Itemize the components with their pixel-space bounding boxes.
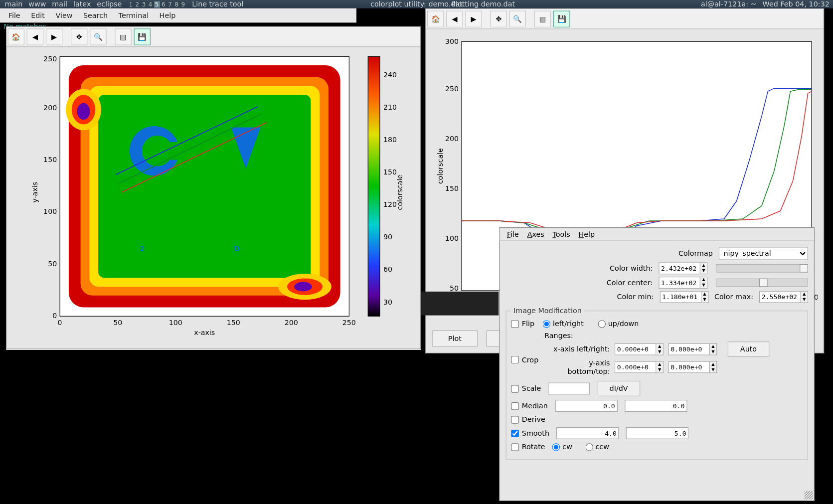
- rotate-checkbox[interactable]: [511, 443, 519, 451]
- svg-text:50: 50: [48, 260, 57, 268]
- crop-checkbox[interactable]: [511, 356, 519, 364]
- svg-text:250: 250: [342, 319, 356, 327]
- svg-text:0: 0: [58, 319, 62, 327]
- task-mail[interactable]: mail: [50, 0, 70, 8]
- ctrl-menu-file[interactable]: File: [503, 229, 522, 239]
- color-center-input[interactable]: [659, 277, 700, 289]
- didv-button[interactable]: dI/dV: [597, 381, 641, 396]
- subplots-button-2[interactable]: ▤: [534, 10, 551, 27]
- forward-button[interactable]: ▶: [46, 28, 62, 45]
- x-right-input[interactable]: [668, 343, 710, 355]
- ws-4[interactable]: 4: [148, 1, 154, 7]
- color-min-input[interactable]: [660, 291, 701, 303]
- arrow-left-icon: ◀: [32, 32, 38, 41]
- menu-help[interactable]: Help: [155, 10, 180, 20]
- colorplot-window: 🏠 ◀ ▶ ✥ 🔍 ▤ 💾: [6, 26, 421, 349]
- spinner-arrows[interactable]: ▲▼: [701, 291, 708, 303]
- svg-text:2: 2: [140, 245, 145, 253]
- task-main[interactable]: main: [2, 0, 25, 8]
- ctrl-menu-help[interactable]: Help: [575, 229, 598, 239]
- svg-text:colorscale: colorscale: [396, 174, 404, 210]
- ws-8[interactable]: 8: [173, 1, 179, 7]
- ctrl-menu-tools[interactable]: Tools: [549, 229, 574, 239]
- rotate-ccw-radio[interactable]: [585, 443, 593, 451]
- auto-button[interactable]: Auto: [728, 341, 769, 357]
- colormap-label: Colormap: [678, 249, 713, 258]
- y-top-input[interactable]: [668, 361, 710, 373]
- menu-edit[interactable]: Edit: [26, 10, 50, 20]
- color-width-input[interactable]: [659, 262, 700, 274]
- ws-3[interactable]: 3: [141, 1, 147, 7]
- ctrl-menu-axes[interactable]: Axes: [523, 229, 547, 239]
- home-button-2[interactable]: 🏠: [427, 10, 444, 27]
- menu-file[interactable]: File: [3, 10, 25, 20]
- zoom-button-2[interactable]: 🔍: [509, 10, 526, 27]
- median-checkbox[interactable]: [511, 402, 519, 410]
- pan-button-2[interactable]: ✥: [491, 10, 507, 27]
- svg-text:100: 100: [43, 207, 57, 215]
- home-button[interactable]: 🏠: [8, 28, 24, 45]
- plot-button[interactable]: Plot: [432, 330, 478, 346]
- zoom-button[interactable]: 🔍: [90, 28, 106, 45]
- menu-search[interactable]: Search: [78, 10, 112, 20]
- derive-checkbox[interactable]: [511, 416, 519, 424]
- app-menubar: File Edit View Search Terminal Help: [0, 8, 356, 23]
- spinner-arrows[interactable]: ▲▼: [801, 291, 808, 303]
- back-button-2[interactable]: ◀: [446, 10, 463, 27]
- flip-ud-radio[interactable]: [598, 320, 606, 328]
- save-button-2[interactable]: 💾: [553, 10, 570, 27]
- move-icon: ✥: [496, 14, 501, 23]
- svg-text:300: 300: [445, 37, 459, 45]
- ws-7[interactable]: 7: [167, 1, 173, 7]
- svg-text:0: 0: [52, 312, 57, 320]
- forward-button-2[interactable]: ▶: [465, 10, 482, 27]
- subplots-button[interactable]: ▤: [115, 28, 131, 45]
- resize-grip-icon[interactable]: [805, 491, 813, 500]
- color-center-slider[interactable]: [716, 279, 808, 287]
- pan-button[interactable]: ✥: [71, 28, 87, 45]
- svg-text:90: 90: [383, 233, 392, 241]
- ws-5[interactable]: 5: [154, 1, 160, 7]
- smooth-b-input[interactable]: [626, 427, 688, 439]
- flip-lr-radio[interactable]: [543, 320, 551, 328]
- color-width-slider[interactable]: [716, 264, 808, 273]
- scale-input[interactable]: [548, 382, 590, 394]
- color-max-input[interactable]: [759, 291, 801, 303]
- svg-point-13: [77, 103, 90, 120]
- arrow-right-icon: ▶: [51, 32, 57, 41]
- save-button[interactable]: 💾: [134, 28, 151, 45]
- rotate-cw-radio[interactable]: [552, 443, 560, 451]
- smooth-label: Smooth: [522, 429, 549, 438]
- median-b-input[interactable]: [625, 400, 687, 412]
- svg-text:100: 100: [445, 234, 459, 242]
- smooth-a-input[interactable]: [556, 427, 619, 439]
- menu-view[interactable]: View: [51, 10, 77, 20]
- rotate-ccw-label: ccw: [595, 443, 609, 451]
- scale-checkbox[interactable]: [511, 385, 519, 393]
- x-left-input[interactable]: [615, 343, 657, 355]
- flip-checkbox[interactable]: [511, 320, 519, 328]
- ranges-label: Ranges:: [544, 332, 573, 340]
- ws-6[interactable]: 6: [161, 1, 167, 7]
- task-eclipse[interactable]: eclipse: [95, 0, 125, 8]
- ws-1[interactable]: 1: [128, 1, 134, 7]
- svg-text:x-axis: x-axis: [194, 329, 215, 336]
- save-icon: 💾: [138, 32, 147, 41]
- task-latex[interactable]: latex: [71, 0, 93, 8]
- spinner-arrows[interactable]: ▲▼: [700, 262, 707, 274]
- y-bottom-input[interactable]: [615, 361, 657, 373]
- svg-text:100: 100: [169, 319, 182, 327]
- svg-text:200: 200: [285, 319, 298, 327]
- back-button[interactable]: ◀: [27, 28, 43, 45]
- smooth-checkbox[interactable]: [511, 429, 519, 437]
- ws-9[interactable]: 9: [180, 1, 186, 7]
- svg-text:D: D: [234, 245, 240, 253]
- median-a-input[interactable]: [555, 400, 617, 412]
- spinner-arrows[interactable]: ▲▼: [700, 277, 707, 289]
- heatmap-plot[interactable]: 2 D 0 50 100 150 200 250 x-axis: [24, 50, 414, 345]
- menu-terminal[interactable]: Terminal: [114, 10, 154, 20]
- task-www[interactable]: www: [26, 0, 48, 8]
- ws-2[interactable]: 2: [134, 1, 140, 7]
- colormap-select[interactable]: nipy_spectral: [719, 247, 808, 260]
- svg-text:200: 200: [445, 135, 459, 143]
